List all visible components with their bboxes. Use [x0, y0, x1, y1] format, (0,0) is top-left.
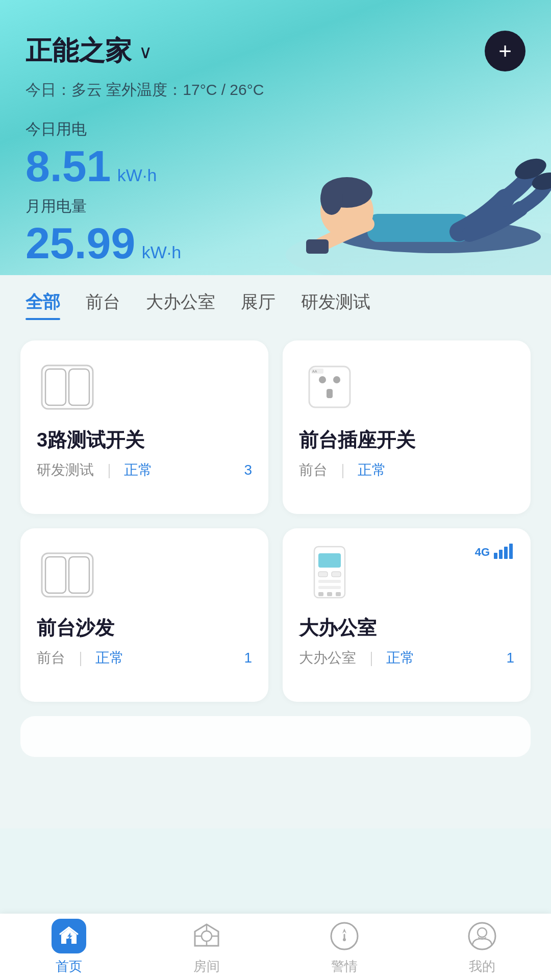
svg-rect-29: [318, 580, 341, 583]
profile-icon: [466, 920, 498, 952]
device-location-status-1: 研发测试 ｜ 正常: [37, 460, 153, 480]
device-meta-2: 前台 ｜ 正常: [299, 460, 514, 480]
device-status-1: 正常: [124, 462, 153, 478]
device-icon-area-4: [299, 547, 360, 603]
switch-icon-1: [39, 363, 95, 411]
svg-point-5: [320, 182, 343, 215]
signal-4g-indicator: 4G: [475, 543, 516, 559]
monthly-energy-unit: kW·h: [142, 242, 181, 262]
bottom-nav: 首页 房间 警情: [0, 914, 551, 980]
svg-rect-27: [318, 572, 328, 577]
device-card-partial[interactable]: [20, 716, 531, 757]
svg-rect-24: [509, 544, 513, 559]
svg-rect-18: [42, 553, 93, 597]
meter-icon: [309, 544, 350, 605]
device-icon-area-3: [37, 547, 98, 603]
alert-icon: [329, 920, 360, 952]
device-status-2: 正常: [358, 462, 386, 478]
svg-point-13: [319, 376, 326, 383]
device-meta-3: 前台 ｜ 正常 1: [37, 648, 252, 668]
nav-home-bg: [52, 919, 86, 953]
tab-showroom[interactable]: 展厅: [241, 290, 276, 320]
device-meta-4: 大办公室 ｜ 正常 1: [299, 648, 514, 668]
tab-qiantai[interactable]: 前台: [86, 290, 120, 320]
svg-rect-33: [336, 592, 341, 596]
nav-label-home: 首页: [56, 958, 82, 975]
device-status-4: 正常: [386, 650, 415, 666]
nav-label-profile: 我的: [469, 958, 495, 975]
svg-point-14: [333, 376, 340, 383]
socket-icon: AA: [304, 361, 355, 412]
switch-icon-3: [39, 551, 95, 599]
tabs-row: 全部 前台 大办公室 展厅 研发测试: [26, 290, 525, 320]
nav-home-icon-wrapper: [52, 919, 86, 953]
device-count-1: 3: [244, 462, 252, 478]
svg-rect-34: [67, 939, 71, 944]
tabs-section: 全部 前台 大办公室 展厅 研发测试: [0, 275, 551, 330]
device-card-socket[interactable]: AA 前台插座开关 前台 ｜ 正常: [283, 340, 531, 514]
separator-3: ｜: [73, 650, 87, 666]
svg-rect-30: [318, 586, 341, 589]
tab-rd[interactable]: 研发测试: [301, 290, 370, 320]
nav-item-profile[interactable]: 我的: [413, 919, 551, 975]
svg-rect-9: [42, 365, 93, 409]
monthly-energy-value: 25.99: [26, 218, 135, 267]
devices-grid: 3路测试开关 研发测试 ｜ 正常 3: [20, 340, 531, 702]
room-icon: [191, 920, 222, 952]
svg-rect-28: [332, 572, 341, 577]
tab-office[interactable]: 大办公室: [146, 290, 215, 320]
svg-rect-6: [306, 239, 329, 254]
daily-energy-value: 8.51: [26, 141, 111, 190]
daily-energy-unit: kW·h: [117, 165, 157, 185]
device-name-4: 大办公室: [299, 615, 514, 641]
app-title: 正能之家: [26, 33, 132, 69]
svg-rect-21: [494, 553, 497, 559]
device-location-2: 前台: [299, 462, 328, 478]
hero-section: 正能之家 ∨ + 今日：多云 室外温度：17°C / 26°C 今日用电 8.5…: [0, 0, 551, 275]
nav-room-icon-wrapper: [189, 919, 224, 953]
separator-2: ｜: [336, 462, 349, 478]
nav-item-alert[interactable]: 警情: [276, 919, 413, 975]
svg-point-36: [202, 931, 212, 941]
chevron-down-icon[interactable]: ∨: [139, 41, 152, 63]
device-name-1: 3路测试开关: [37, 427, 252, 453]
device-meta-1: 研发测试 ｜ 正常 3: [37, 460, 252, 480]
nav-label-room: 房间: [193, 958, 220, 975]
svg-rect-26: [318, 553, 341, 568]
device-location-status-4: 大办公室 ｜ 正常: [299, 648, 415, 668]
svg-rect-10: [45, 369, 66, 405]
device-card-switch-3[interactable]: 3路测试开关 研发测试 ｜ 正常 3: [20, 340, 268, 514]
nav-item-room[interactable]: 房间: [138, 919, 276, 975]
device-location-3: 前台: [37, 650, 65, 666]
nav-alert-icon-wrapper: [327, 919, 362, 953]
person-illustration: [265, 102, 551, 275]
device-status-3: 正常: [95, 650, 124, 666]
nav-item-home[interactable]: 首页: [0, 919, 138, 975]
svg-point-45: [478, 928, 487, 937]
weather-info: 今日：多云 室外温度：17°C / 26°C: [26, 80, 525, 101]
signal-4g-label: 4G: [475, 546, 490, 559]
device-card-office[interactable]: 4G: [283, 528, 531, 702]
svg-rect-32: [327, 592, 332, 596]
device-location-1: 研发测试: [37, 462, 94, 478]
svg-rect-20: [69, 557, 89, 593]
svg-text:AA: AA: [312, 370, 317, 373]
device-count-4: 1: [506, 650, 514, 666]
svg-rect-19: [45, 557, 66, 593]
nav-profile-icon-wrapper: [465, 919, 499, 953]
device-location-4: 大办公室: [299, 650, 356, 666]
nav-label-alert: 警情: [331, 958, 358, 975]
header-row: 正能之家 ∨ +: [26, 31, 525, 71]
svg-rect-11: [69, 369, 89, 405]
device-location-status-3: 前台 ｜ 正常: [37, 648, 124, 668]
add-button[interactable]: +: [485, 31, 525, 71]
svg-rect-31: [318, 592, 323, 596]
device-count-3: 1: [244, 650, 252, 666]
devices-section: 3路测试开关 研发测试 ｜ 正常 3: [0, 330, 551, 828]
device-card-sofa[interactable]: 前台沙发 前台 ｜ 正常 1: [20, 528, 268, 702]
separator-1: ｜: [102, 462, 116, 478]
device-icon-area-1: [37, 359, 98, 415]
device-name-3: 前台沙发: [37, 615, 252, 641]
device-icon-area-2: AA: [299, 359, 360, 415]
tab-all[interactable]: 全部: [26, 290, 60, 320]
